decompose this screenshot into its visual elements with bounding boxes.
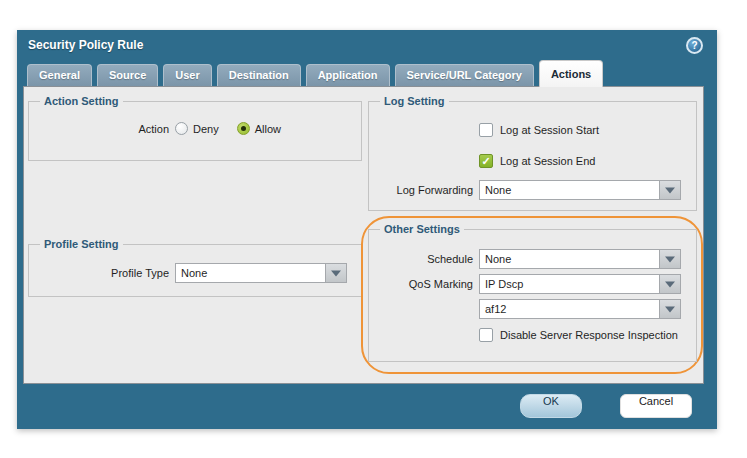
tab-bar: General Source User Destination Applicat… [27, 60, 603, 86]
tab-general[interactable]: General [27, 64, 92, 86]
ok-button[interactable]: OK [520, 394, 582, 418]
tab-actions[interactable]: Actions [539, 60, 603, 87]
log-session-start-checkbox[interactable] [479, 123, 493, 137]
security-policy-rule-dialog: Security Policy Rule ? General Source Us… [17, 30, 717, 429]
action-setting-fieldset: Action Setting Action Deny Allow [28, 101, 362, 161]
disable-server-response-inspection-label[interactable]: Disable Server Response Inspection [500, 329, 678, 341]
tab-service-url-category[interactable]: Service/URL Category [395, 64, 534, 86]
tab-source[interactable]: Source [97, 64, 158, 86]
profile-setting-legend: Profile Setting [40, 238, 123, 250]
deny-radio-label[interactable]: Deny [193, 123, 219, 135]
log-forwarding-dropdown-arrow-icon[interactable] [659, 180, 681, 200]
qos-marking-dropdown-arrow-icon[interactable] [659, 274, 681, 294]
dialog-title: Security Policy Rule [28, 38, 143, 52]
disable-server-response-inspection-checkbox[interactable] [479, 328, 493, 342]
log-forwarding-value[interactable]: None [479, 180, 659, 200]
qos-dscp-dropdown-arrow-icon[interactable] [659, 299, 681, 319]
other-settings-fieldset: Other Settings Schedule None QoS Marking… [368, 229, 697, 362]
qos-dscp-value[interactable]: af12 [479, 299, 659, 319]
action-label: Action [29, 123, 169, 135]
action-setting-legend: Action Setting [40, 95, 123, 107]
log-forwarding-label: Log Forwarding [369, 184, 473, 196]
profile-type-value[interactable]: None [175, 263, 325, 283]
tab-destination[interactable]: Destination [217, 64, 301, 86]
profile-setting-fieldset: Profile Setting Profile Type None [28, 244, 362, 297]
actions-tab-panel: Action Setting Action Deny Allow Profile… [23, 86, 704, 384]
schedule-dropdown-arrow-icon[interactable] [659, 249, 681, 269]
qos-marking-value[interactable]: IP Dscp [479, 274, 659, 294]
help-icon[interactable]: ? [686, 37, 703, 54]
allow-radio-label[interactable]: Allow [255, 123, 281, 135]
deny-radio[interactable] [175, 122, 188, 135]
tab-user[interactable]: User [163, 64, 211, 86]
log-setting-fieldset: Log Setting Log at Session Start Log at … [368, 101, 697, 211]
schedule-value[interactable]: None [479, 249, 659, 269]
profile-type-label: Profile Type [29, 267, 169, 279]
qos-marking-label: QoS Marking [369, 278, 473, 290]
log-session-start-label[interactable]: Log at Session Start [500, 124, 599, 136]
log-setting-legend: Log Setting [380, 95, 449, 107]
qos-dscp-dropdown[interactable]: af12 [479, 299, 681, 319]
profile-type-dropdown[interactable]: None [175, 263, 347, 283]
tab-application[interactable]: Application [306, 64, 390, 86]
log-session-end-checkbox[interactable] [479, 154, 493, 168]
log-session-end-label[interactable]: Log at Session End [500, 155, 595, 167]
dialog-titlebar: Security Policy Rule ? [17, 30, 717, 60]
log-forwarding-dropdown[interactable]: None [479, 180, 681, 200]
schedule-label: Schedule [369, 253, 473, 265]
allow-radio[interactable] [237, 122, 250, 135]
profile-type-dropdown-arrow-icon[interactable] [325, 263, 347, 283]
other-settings-legend: Other Settings [380, 223, 464, 235]
schedule-dropdown[interactable]: None [479, 249, 681, 269]
qos-marking-dropdown[interactable]: IP Dscp [479, 274, 681, 294]
cancel-button[interactable]: Cancel [620, 394, 692, 418]
